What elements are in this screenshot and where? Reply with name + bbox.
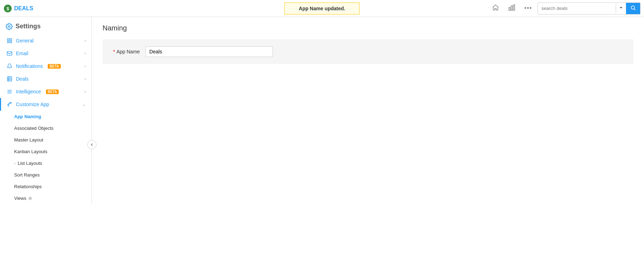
app-naming-label: App Naming — [14, 114, 41, 119]
deals-logo-icon: $ — [4, 4, 12, 13]
sort-ranges-label: Sort Ranges — [14, 172, 40, 178]
customize-label: Customize App — [16, 102, 49, 107]
content-inner: Naming * App Name — [92, 17, 644, 71]
svg-line-6 — [634, 9, 636, 10]
svg-rect-8 — [7, 39, 9, 40]
notifications-label: Notifications — [16, 63, 43, 69]
svg-rect-9 — [10, 39, 12, 40]
svg-point-7 — [8, 25, 10, 27]
search-dropdown-button[interactable] — [616, 4, 626, 13]
top-nav: $ DEALS App Name updated. ••• — [0, 0, 644, 17]
svg-rect-11 — [10, 41, 12, 43]
main-layout: Settings General › Email › — [0, 17, 644, 272]
svg-rect-13 — [7, 77, 12, 81]
email-label: Email — [16, 51, 28, 56]
settings-gear-icon — [6, 23, 13, 30]
general-chevron: › — [84, 38, 86, 43]
notification-banner: App Name updated. — [284, 2, 359, 15]
search-button[interactable] — [626, 3, 640, 14]
sidebar-item-intelligence[interactable]: Intelligence BETA › — [0, 85, 92, 98]
more-button[interactable]: ••• — [521, 3, 535, 13]
home-button[interactable] — [489, 2, 502, 15]
kanban-layouts-label: Kanban Layouts — [14, 149, 47, 154]
views-add-icon[interactable]: ⊕ — [28, 196, 32, 201]
general-label: General — [16, 38, 34, 44]
intelligence-chevron: › — [84, 89, 86, 94]
email-icon — [7, 51, 12, 56]
sub-menu: App Naming Associated Objects Master Lay… — [0, 111, 92, 204]
list-layouts-label: List Layouts — [18, 161, 42, 166]
associated-objects-label: Associated Objects — [14, 126, 53, 131]
sub-item-sort-ranges[interactable]: Sort Ranges — [0, 169, 92, 181]
svg-text:$: $ — [6, 6, 9, 11]
chart-button[interactable] — [505, 2, 519, 15]
app-name-label: DEALS — [14, 5, 33, 12]
search-container — [538, 2, 640, 15]
svg-rect-10 — [7, 41, 9, 43]
svg-rect-4 — [514, 5, 515, 11]
sub-item-views[interactable]: Views ⊕ — [0, 192, 92, 204]
notifications-chevron: › — [84, 64, 86, 69]
app-logo[interactable]: $ DEALS — [4, 4, 33, 13]
svg-point-5 — [631, 6, 634, 9]
intelligence-icon — [7, 89, 12, 94]
sidebar-collapse-button[interactable] — [87, 140, 96, 149]
sidebar-item-customize[interactable]: Customize App ⌄ — [0, 98, 92, 111]
general-icon — [7, 38, 12, 44]
bell-icon — [7, 63, 12, 69]
sidebar-item-notifications[interactable]: Notifications BETA › — [0, 60, 92, 73]
app-name-form-label: * App Name — [113, 49, 140, 54]
settings-title: Settings — [16, 23, 41, 30]
customize-chevron: ⌄ — [82, 102, 86, 107]
sub-item-kanban-layouts[interactable]: Kanban Layouts — [0, 146, 92, 157]
page-title: Naming — [103, 24, 633, 32]
more-icon: ••• — [524, 5, 532, 12]
sub-item-associated-objects[interactable]: Associated Objects — [0, 122, 92, 134]
sub-item-app-naming[interactable]: App Naming — [0, 111, 92, 122]
content-area: Naming * App Name — [92, 17, 644, 272]
sub-item-master-layout[interactable]: Master Layout — [0, 134, 92, 146]
sidebar-item-deals[interactable]: Deals › — [0, 73, 92, 85]
svg-rect-12 — [7, 52, 12, 56]
chart-icon — [508, 4, 516, 11]
required-star: * — [113, 49, 115, 54]
svg-rect-3 — [511, 6, 513, 10]
svg-rect-2 — [509, 7, 510, 10]
sidebar: Settings General › Email › — [0, 17, 92, 204]
search-input[interactable] — [538, 4, 616, 13]
home-icon — [492, 4, 499, 11]
sidebar-item-email[interactable]: Email › — [0, 47, 92, 60]
naming-form-section: * App Name — [103, 39, 633, 64]
sidebar-item-general[interactable]: General › — [0, 34, 92, 47]
sidebar-container: Settings General › Email › — [0, 17, 92, 272]
chevron-down-icon — [619, 6, 623, 10]
sidebar-header: Settings — [0, 17, 92, 34]
intelligence-beta-badge: BETA — [46, 89, 59, 94]
sub-item-list-layouts[interactable]: › List Layouts — [0, 157, 92, 169]
views-label: Views — [14, 196, 26, 201]
deals-chevron: › — [84, 76, 86, 81]
master-layout-label: Master Layout — [14, 137, 43, 143]
relationships-label: Relationships — [14, 184, 42, 189]
deals-icon — [7, 76, 12, 82]
intelligence-label: Intelligence — [16, 89, 41, 94]
deals-label: Deals — [16, 76, 29, 82]
nav-right: ••• — [489, 2, 640, 15]
customize-icon — [7, 102, 12, 107]
list-layouts-expand-icon: › — [14, 161, 16, 166]
collapse-icon — [90, 143, 94, 146]
app-name-label-text: App Name — [116, 49, 140, 54]
search-icon — [630, 5, 636, 11]
app-name-input[interactable] — [146, 46, 273, 57]
notification-text: App Name updated. — [299, 6, 345, 11]
notifications-beta-badge: BETA — [48, 64, 60, 69]
email-chevron: › — [84, 51, 86, 56]
sub-item-relationships[interactable]: Relationships — [0, 181, 92, 192]
